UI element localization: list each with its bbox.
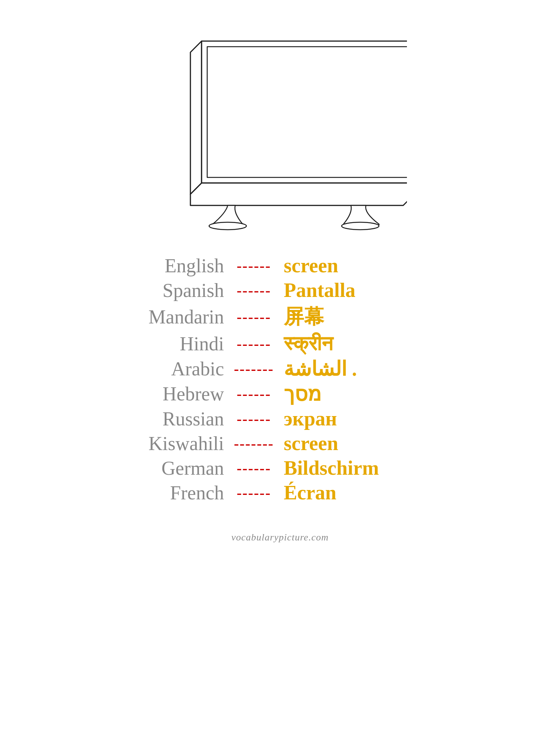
translation-text: Écran [276, 481, 448, 504]
footer-url: vocabularypicture.com [231, 532, 329, 543]
vocab-row: Hebrew------מסך [112, 382, 448, 406]
vocab-row: French------Écran [112, 481, 448, 504]
dashes-separator: ------ [231, 282, 276, 299]
vocab-row: German------Bildschirm [112, 456, 448, 480]
language-label: English [112, 255, 231, 277]
translation-text: स्क्रीन [276, 332, 448, 356]
translation-text: 屏幕 [276, 303, 448, 331]
language-label: Spanish [112, 279, 231, 301]
dashes-separator: ------ [231, 335, 276, 353]
vocab-row: Russian------экран [112, 407, 448, 430]
tv-svg [153, 22, 407, 232]
svg-marker-2 [207, 47, 407, 177]
svg-marker-0 [190, 41, 202, 194]
language-label: Kiswahili [112, 433, 231, 455]
vocab-row: Arabic-------الشاشة . [112, 357, 448, 381]
vocab-row: Mandarin------屏幕 [112, 303, 448, 331]
language-label: German [112, 457, 231, 479]
translation-text: מסך [276, 382, 448, 406]
language-label: French [112, 482, 231, 504]
vocab-row: English------screen [112, 254, 448, 277]
language-label: Russian [112, 408, 231, 430]
translation-text: Bildschirm [276, 456, 448, 480]
dashes-separator: ------- [231, 435, 276, 452]
dashes-separator: ------ [231, 257, 276, 275]
svg-point-4 [209, 222, 246, 230]
translation-text: Pantalla [276, 279, 448, 302]
dashes-separator: ------ [231, 410, 276, 428]
vocabulary-section: English------screenSpanish------Pantalla… [0, 247, 560, 521]
language-label: Hindi [112, 333, 231, 355]
dashes-separator: ------- [231, 360, 276, 378]
dashes-separator: ------ [231, 484, 276, 502]
vocab-row: Hindi------स्क्रीन [112, 332, 448, 356]
tv-illustration-container [0, 0, 560, 247]
translation-text: الشاشة . [276, 357, 448, 381]
translation-text: screen [276, 254, 448, 277]
dashes-separator: ------ [231, 308, 276, 326]
dashes-separator: ------ [231, 459, 276, 477]
svg-marker-3 [190, 183, 407, 205]
language-label: Mandarin [112, 306, 231, 328]
translation-text: экран [276, 407, 448, 430]
translation-text: screen [276, 432, 448, 455]
dashes-separator: ------ [231, 385, 276, 403]
language-label: Hebrew [112, 383, 231, 405]
vocab-row: Spanish------Pantalla [112, 279, 448, 302]
vocab-row: Kiswahili-------screen [112, 432, 448, 455]
language-label: Arabic [112, 358, 231, 380]
svg-point-5 [342, 222, 379, 230]
